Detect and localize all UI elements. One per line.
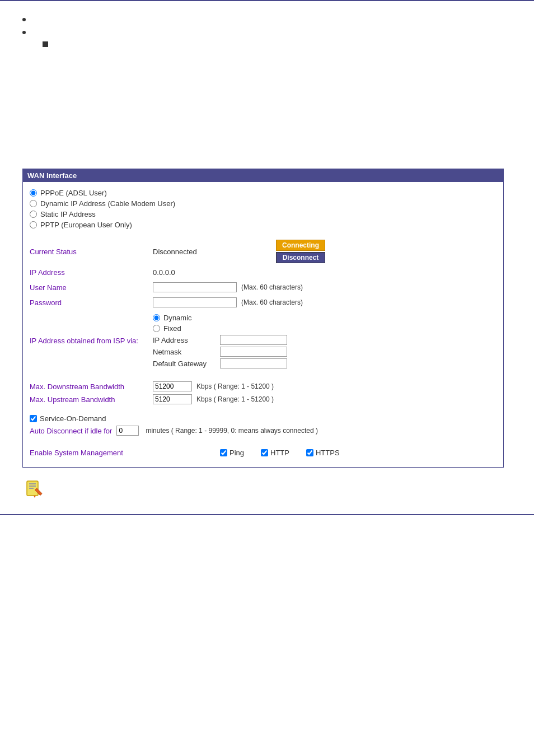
ip-fixed-radio[interactable]: Fixed [153,324,287,333]
user-name-label: User Name [30,283,153,292]
ip-obtained-row: IP Address obtained from ISP via: Dynami… [30,311,496,370]
upstream-input[interactable] [153,394,192,404]
user-name-input[interactable] [153,282,237,292]
spacer2 [30,373,496,379]
ip-address-label: IP Address [30,268,153,277]
radio-pptp-input[interactable] [30,221,37,228]
downstream-label: Max. Downstream Bandwidth [30,382,153,391]
radio-pppoe[interactable]: PPPoE (ADSL User) [30,189,496,197]
radio-static[interactable]: Static IP Address [30,210,496,218]
password-label: Password [30,298,153,307]
downstream-input[interactable] [153,381,192,391]
auto-disconnect-hint: minutes ( Range: 1 - 99999, 0: means alw… [146,427,318,435]
svg-marker-5 [34,496,36,498]
https-label: HTTPS [316,449,340,457]
radio-pptp-label: PPTP (European User Only) [40,221,132,229]
ip-obtained-label: IP Address obtained from ISP via: [30,337,153,345]
bullet-section [22,15,512,48]
downstream-row: Max. Downstream Bandwidth Kbps ( Range: … [30,381,496,391]
note-icon [22,479,45,501]
bottom-divider [0,514,534,515]
disconnect-button[interactable]: Disconnect [276,252,325,263]
bullet-sub-text [54,40,56,48]
svg-rect-3 [29,488,34,489]
sod-checkbox[interactable] [30,415,37,422]
wan-header-text: WAN Interface [27,171,77,180]
bullet-dot-2 [22,31,26,34]
ping-checkbox[interactable] [220,449,227,456]
radio-pppoe-input[interactable] [30,189,37,197]
radio-dynamic-input[interactable] [30,200,37,207]
ip-sub-row-netmask: Netmask [153,347,287,357]
current-status-row: Current Status Disconnected Connecting D… [30,240,496,263]
ip-dynamic-radio-input[interactable] [153,314,160,321]
auto-disconnect-input[interactable] [116,426,139,436]
ip-fixed-radio-input[interactable] [153,325,160,332]
radio-dynamic[interactable]: Dynamic IP Address (Cable Modem User) [30,199,496,208]
ip-dynamic-label: Dynamic [163,314,192,322]
ip-sub-row-ip: IP Address [153,335,287,345]
ping-label: Ping [229,449,244,457]
upstream-row: Max. Upstream Bandwidth Kbps ( Range: 1 … [30,394,496,404]
ping-check[interactable]: Ping [220,449,244,457]
bullet-dot-1 [22,18,26,21]
auto-disconnect-row: Auto Disconnect if idle for minutes ( Ra… [30,426,496,436]
wan-interface-table: WAN Interface PPPoE (ADSL User) Dynamic … [22,169,504,468]
bullet-item-1 [22,15,512,24]
note-area [22,479,512,503]
radio-pptp[interactable]: PPTP (European User Only) [30,221,496,229]
system-mgmt-row: Enable System Management Ping HTTP HT [30,449,496,457]
upstream-hint: Kbps ( Range: 1 - 51200 ) [196,395,274,403]
wan-body: PPPoE (ADSL User) Dynamic IP Address (Ca… [23,182,503,467]
sub-gateway-label: Default Gateway [153,360,220,368]
spacer3 [30,407,496,412]
ip-address-value: 0.0.0.0 [153,268,175,277]
bullet-item-2 [22,28,512,48]
ip-obtained-options: Dynamic Fixed IP Address Netmask [153,311,287,370]
upstream-label: Max. Upstream Bandwidth [30,395,153,404]
user-name-hint: (Max. 60 characters) [241,283,303,291]
bullet-content-2 [31,28,56,48]
current-status-label: Current Status [30,248,153,256]
radio-static-label: Static IP Address [40,210,96,218]
auto-disconnect-label: Auto Disconnect if idle for [30,427,112,435]
radio-dynamic-label: Dynamic IP Address (Cable Modem User) [40,199,175,208]
user-name-row: User Name (Max. 60 characters) [30,281,496,293]
sub-netmask-label: Netmask [153,348,220,356]
sub-netmask-input[interactable] [220,347,287,357]
wan-header: WAN Interface [23,169,503,182]
downstream-hint: Kbps ( Range: 1 - 51200 ) [196,382,274,390]
sod-label: Service-On-Demand [40,414,106,423]
system-mgmt-label: Enable System Management [30,449,153,457]
bullet-text-2 [31,28,34,36]
ip-dynamic-radio[interactable]: Dynamic [153,314,287,322]
spacer4 [30,438,496,443]
spacer1 [30,231,496,237]
ip-fixed-label: Fixed [163,324,181,333]
radio-pppoe-label: PPPoE (ADSL User) [40,189,107,197]
https-checkbox[interactable] [306,449,313,456]
http-checkbox[interactable] [261,449,268,456]
bullet-text-1 [31,15,34,24]
password-row: Password (Max. 60 characters) [30,296,496,309]
password-input[interactable] [153,297,237,307]
svg-rect-2 [29,486,36,487]
sub-ip-label: IP Address [153,336,220,344]
radio-static-input[interactable] [30,211,37,218]
mgmt-checks: Ping HTTP HTTPS [220,449,340,457]
password-hint: (Max. 60 characters) [241,298,303,306]
svg-rect-1 [29,483,36,484]
http-check[interactable]: HTTP [261,449,289,457]
sod-row[interactable]: Service-On-Demand [30,414,496,423]
connecting-button[interactable]: Connecting [276,240,325,251]
current-status-value: Disconnected [153,248,265,256]
button-area: Connecting Disconnect [276,240,325,263]
https-check[interactable]: HTTPS [306,449,340,457]
spacer-area [22,57,512,157]
page-wrapper: WAN Interface PPPoE (ADSL User) Dynamic … [0,0,534,756]
sub-gateway-input[interactable] [220,358,287,368]
content-area: WAN Interface PPPoE (ADSL User) Dynamic … [0,1,534,514]
ip-sub-row-gateway: Default Gateway [153,358,287,368]
sub-ip-input[interactable] [220,335,287,345]
http-label: HTTP [270,449,289,457]
